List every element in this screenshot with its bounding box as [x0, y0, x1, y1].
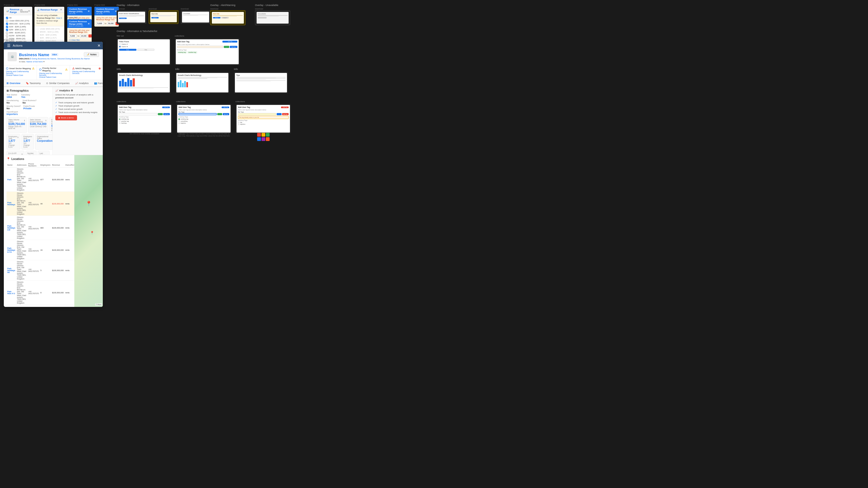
- small-business: Small Business? No: [23, 99, 38, 104]
- map-area: 📍 📍 © Maps: [74, 155, 103, 244]
- close-panel[interactable]: ✕: [97, 43, 101, 48]
- business-name: Business Name: [19, 52, 50, 57]
- rev-opt-3[interactable]: [6, 26, 8, 28]
- firmographics-section: ⊞ Firmographics Year Started 1994 Subsid…: [4, 87, 53, 155]
- rev-843-opt-1: [37, 28, 39, 30]
- similar-icon: ⊙: [46, 82, 48, 85]
- tab-similar[interactable]: ⊙ Similar Companies: [43, 80, 72, 87]
- col-address: Addresses: [16, 162, 27, 167]
- dba-badge: DBA: [51, 53, 58, 56]
- revenue-range-title-640: 📊 Revenue Range (4) Selected: [6, 8, 28, 13]
- frame-842-label: Frame 842: [67, 16, 92, 19]
- year-started: Year Started 1994: [6, 94, 20, 98]
- to-input-844[interactable]: [107, 22, 115, 25]
- analytics-panel: 📈 Analytics ⚙ Unlock the full power of a…: [53, 87, 103, 155]
- custom-header-841: Custom Revenue Range (USD) (4) to (6) ✕: [67, 7, 92, 15]
- public-private: Public/Private Private: [23, 105, 38, 110]
- info-box-right: info box: [179, 133, 185, 135]
- collections-frame-bot-2: Add User Tag + Add Tag Add a user tag an…: [176, 104, 231, 134]
- priority-tag1: Glazing and Craftsmanship Services: [39, 72, 67, 76]
- note-1: Set ordered by most recently used/added: [117, 133, 172, 135]
- custom-header-842: Custom Revenue Range (USD) $000 to 20,00…: [67, 19, 92, 28]
- coll-bot-label-1: collections: [117, 100, 172, 103]
- close-841[interactable]: ✕: [88, 10, 90, 13]
- overlay-unavail-box: Unavailable: [255, 10, 290, 25]
- info-2-label: Info: [175, 68, 229, 70]
- analytics-gear-icon[interactable]: ⚙: [71, 89, 73, 92]
- org-status: Organizational Status Corporation: [35, 134, 53, 150]
- rev-opt-6[interactable]: [6, 35, 8, 37]
- content-area: ⊞ Firmographics Year Started 1994 Subsid…: [4, 87, 103, 155]
- minority-owned: Minority Owned? No: [6, 105, 22, 110]
- coll-bot-label-3: collections: [236, 100, 291, 103]
- locations-table: Name Addresses Phone Numbers Employees R…: [6, 162, 74, 244]
- custom-header-844: Custom Revenue Range (USD) (4) to (6) ✕: [94, 7, 119, 15]
- locations-section: 📍 Locations Name Addresses Phone Numbers…: [4, 155, 103, 244]
- overlay-alert-box: Alert title Action Cancel: [210, 10, 246, 25]
- tab-taxonomy[interactable]: 🔖 Taxonomy: [23, 80, 43, 87]
- collections-frame-1: Add User Tag + Add Tag Add a user tag an…: [175, 38, 240, 65]
- close-filter-640[interactable]: ✕: [28, 9, 30, 12]
- close-filter-843[interactable]: ✕: [60, 8, 62, 11]
- sector-row: ⬡ Smart Sector Mapping ⚠ Glazing and Cra…: [4, 65, 103, 80]
- from-input-842[interactable]: [69, 34, 77, 38]
- smart-sector-icon: ⬡: [6, 67, 8, 70]
- info-icon-duns[interactable]: ℹ: [22, 153, 23, 155]
- col-emp: Employees: [40, 162, 51, 167]
- info-chart-3: Tips: [234, 72, 288, 94]
- smart-sector-cell: ⬡ Smart Sector Mapping ⚠ Glazing and Cra…: [4, 65, 37, 80]
- analytics-panel-icon: 📈: [55, 89, 58, 92]
- priority-sector-cell: ⬡ Priority Sector Mapping ⚠ Glazing and …: [37, 65, 70, 80]
- tab-analytics[interactable]: 📈 Analytics: [72, 80, 91, 87]
- check-4: ✓ Track socio-economic and diversity ins…: [55, 111, 100, 113]
- tab-overview[interactable]: ⊞ Overview: [4, 80, 23, 87]
- analytics-icon: 📈: [75, 82, 78, 85]
- map-pin-main: 📍: [86, 201, 92, 206]
- check-1: ✓ Track company size and historic growth: [55, 101, 100, 104]
- smart-sector-warning[interactable]: ⚠: [32, 67, 34, 70]
- unlock-text: Unlock the full power of analytics with …: [55, 93, 100, 99]
- to-input-842[interactable]: [80, 34, 88, 38]
- rev-opt-1[interactable]: [6, 20, 8, 22]
- revenue-range-title-843: 📊 Revenue Range: [37, 8, 58, 11]
- filter-set-label: filter set: [117, 35, 171, 37]
- frame-922-label: Frame 922: [4, 39, 103, 41]
- dba-info: DBAJAKA ℹ Doing Business As Name, Second…: [19, 58, 99, 60]
- col-phone: Phone Numbers: [27, 162, 40, 167]
- warning-844: Using this will clear your Revenue Range…: [96, 17, 117, 21]
- import-export: Import/Export Importers: [6, 111, 22, 116]
- demo-icon: ▶: [59, 117, 60, 119]
- info-1-label: Info: [117, 68, 171, 70]
- overlay-info-tabs-title: Overlay - Information & Tabs/table/list: [117, 30, 240, 33]
- manufacturing: Manufacturing No: [6, 99, 22, 104]
- frame-841-label: Frame 841: [67, 4, 92, 6]
- family-members: Number of Family Members 23: [26, 151, 37, 155]
- overlay-info-download2: Alert title Action: [149, 10, 179, 24]
- info-icon-et[interactable]: ℹ: [18, 136, 19, 138]
- info-icon-susd[interactable]: ℹ: [24, 120, 25, 122]
- firmographics-icon: ⊞: [6, 89, 9, 92]
- naics-action[interactable]: ⊗: [98, 67, 101, 70]
- close-842[interactable]: ✕: [88, 22, 90, 25]
- collections-label-1: collections: [175, 35, 240, 37]
- priority-sector-warning[interactable]: ⚠: [65, 68, 67, 71]
- info-icon-slc[interactable]: ℹ: [45, 120, 46, 122]
- nav-tabs: ⊞ Overview 🔖 Taxonomy ⊙ Similar Companie…: [4, 80, 103, 87]
- notes-icon: 📝: [86, 53, 89, 56]
- info-chart-1: Growth Charts Methodology: [117, 72, 171, 94]
- smart-tag1: Glazing and Craftsmanship Services: [6, 70, 34, 74]
- book-demo-button[interactable]: ▶ Book a demo: [55, 115, 77, 120]
- collections-frame-bot-1: Add User Tag + Add Tag Add a user tag an…: [117, 104, 172, 134]
- all-checkbox[interactable]: [6, 17, 8, 19]
- rev-opt-5[interactable]: [6, 32, 8, 34]
- col-name: Name: [6, 162, 16, 167]
- rev-opt-2[interactable]: [6, 23, 8, 25]
- warning-842: Using this will clear your Revenue Range…: [69, 29, 90, 33]
- tab-family[interactable]: 👥 Family: [91, 80, 103, 87]
- notes-button[interactable]: 📝 Notes: [84, 52, 99, 57]
- rev-opt-4[interactable]: [6, 29, 8, 31]
- from-input-844[interactable]: [96, 22, 104, 25]
- collections-frame-bot-3: Add User Tag + Add Tag Add a user tag an…: [236, 104, 291, 134]
- employees-total: Employees Total ℹ 1,877 YoY Change: 5.1%: [6, 134, 20, 150]
- go-btn-842[interactable]: →: [88, 34, 92, 37]
